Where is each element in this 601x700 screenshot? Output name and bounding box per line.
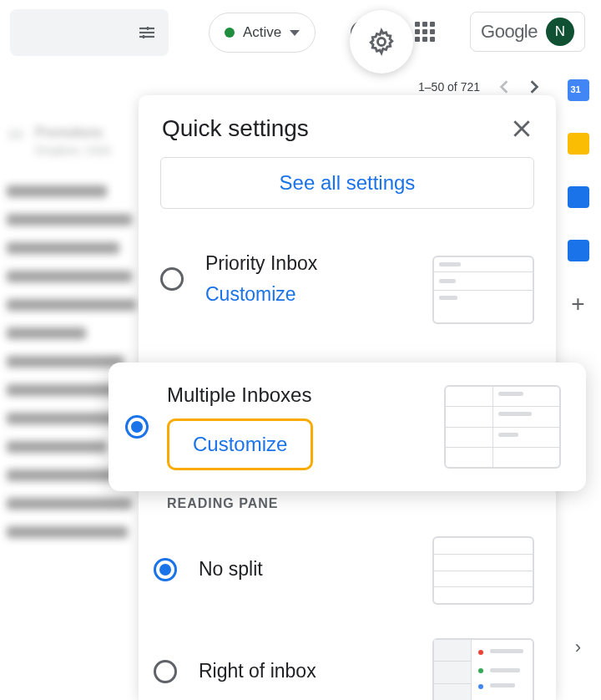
radio-icon[interactable] bbox=[154, 558, 177, 581]
tasks-icon[interactable] bbox=[568, 186, 589, 208]
add-icon[interactable]: + bbox=[568, 293, 589, 315]
settings-button[interactable] bbox=[350, 10, 413, 74]
inbox-option-multiple[interactable]: Multiple Inboxes Customize bbox=[109, 363, 586, 491]
google-label: Google bbox=[481, 21, 538, 43]
chevron-down-icon bbox=[290, 30, 300, 36]
preview-thumbnail bbox=[432, 638, 534, 700]
quick-settings-panel: Quick settings See all settings Priority… bbox=[139, 95, 556, 700]
contacts-icon[interactable] bbox=[568, 240, 589, 261]
preview-thumbnail bbox=[432, 256, 534, 324]
customize-button[interactable]: Customize bbox=[167, 418, 313, 470]
inbox-option-priority[interactable]: Priority Inbox Customize bbox=[139, 227, 556, 339]
preview-thumbnail bbox=[444, 385, 561, 469]
customize-link[interactable]: Customize bbox=[205, 283, 411, 306]
radio-icon[interactable] bbox=[154, 660, 177, 683]
promotions-tab: Promotions bbox=[35, 125, 111, 140]
expand-icon[interactable]: › bbox=[575, 637, 581, 658]
svg-point-5 bbox=[377, 38, 385, 45]
reading-option-no-split[interactable]: No split bbox=[139, 518, 556, 620]
status-label: Active bbox=[243, 24, 281, 41]
panel-title: Quick settings bbox=[162, 115, 309, 142]
option-label: Right of inbox bbox=[199, 660, 411, 682]
preview-thumbnail bbox=[432, 536, 534, 605]
pagination-text: 1–50 of 721 bbox=[418, 80, 480, 94]
radio-icon[interactable] bbox=[160, 267, 184, 291]
tune-icon bbox=[137, 23, 157, 43]
account-button[interactable]: Google N bbox=[470, 12, 585, 52]
calendar-icon[interactable] bbox=[568, 79, 589, 101]
status-dot-icon bbox=[225, 28, 235, 38]
option-label: Priority Inbox bbox=[205, 252, 411, 275]
option-label: Multiple Inboxes bbox=[167, 383, 311, 407]
radio-icon[interactable] bbox=[125, 415, 149, 439]
status-pill[interactable]: Active bbox=[209, 13, 316, 53]
next-icon[interactable] bbox=[528, 79, 540, 94]
avatar: N bbox=[546, 18, 574, 46]
search-box[interactable] bbox=[10, 9, 169, 56]
option-label: No split bbox=[199, 558, 411, 581]
reading-option-right[interactable]: Right of inbox bbox=[139, 620, 556, 700]
close-icon[interactable] bbox=[511, 118, 533, 139]
see-all-settings-button[interactable]: See all settings bbox=[160, 157, 534, 209]
apps-icon[interactable] bbox=[415, 22, 435, 42]
prev-icon[interactable] bbox=[498, 79, 510, 94]
keep-icon[interactable] bbox=[568, 133, 589, 155]
gear-icon bbox=[367, 28, 396, 56]
